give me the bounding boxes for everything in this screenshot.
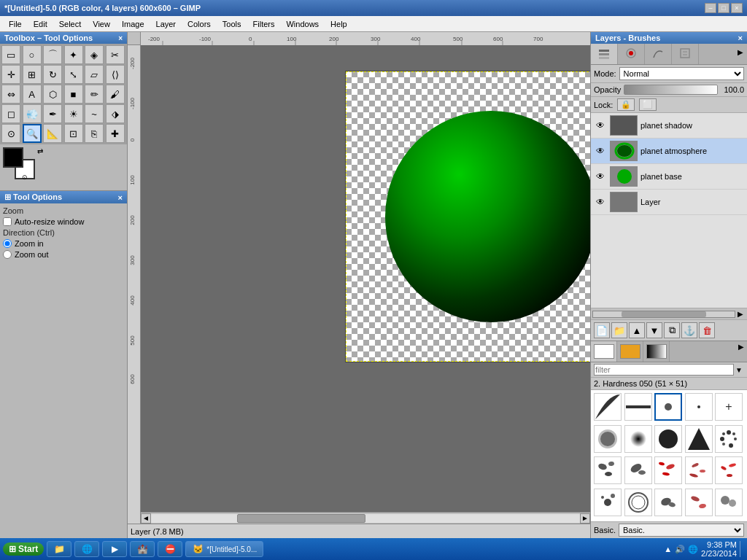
swap-colors-icon[interactable]: ⇄ <box>37 147 43 155</box>
lower-layer-btn[interactable]: ▼ <box>646 322 662 338</box>
path-tool[interactable]: ⬗ <box>106 104 125 123</box>
align-tool[interactable]: ⊡ <box>64 124 83 143</box>
brushes-gradient-tab[interactable] <box>643 341 670 362</box>
brush-filter-input[interactable] <box>594 364 734 376</box>
ellipse-select-tool[interactable]: ○ <box>23 45 42 64</box>
paintbrush-tool[interactable]: 🖌 <box>106 85 125 104</box>
menu-image[interactable]: Image <box>116 18 150 30</box>
layer-visibility-toggle[interactable]: 👁 <box>594 170 607 183</box>
raise-layer-btn[interactable]: ▲ <box>629 322 645 338</box>
layer-mode-select[interactable]: Normal Multiply Screen Overlay <box>619 67 744 80</box>
magnify-tool[interactable]: 🔍 <box>23 124 42 143</box>
taskbar-media[interactable]: ▶ <box>102 541 127 557</box>
close-button[interactable]: × <box>731 3 743 13</box>
duplicate-layer-btn[interactable]: ⧉ <box>664 322 680 338</box>
gradient-tool[interactable]: ■ <box>64 85 83 104</box>
brush-category-select[interactable]: Basic. <box>619 524 744 537</box>
rect-select-tool[interactable]: ▭ <box>1 45 20 64</box>
dodge-burn-tool[interactable]: ☀ <box>64 104 83 123</box>
layer-visibility-toggle[interactable]: 👁 <box>594 195 607 209</box>
layer-list-scroll-thumb[interactable] <box>622 311 706 317</box>
brushes-panel-menu[interactable]: ▶ <box>735 341 747 362</box>
minimize-button[interactable]: – <box>705 3 716 13</box>
layer-visibility-toggle[interactable]: 👁 <box>594 119 607 132</box>
new-layer-btn[interactable]: 📄 <box>594 322 610 338</box>
layer-item[interactable]: 👁 Layer <box>591 190 747 215</box>
layer-item[interactable]: 👁 planet atmosphere <box>591 139 747 164</box>
brush-swatch[interactable] <box>654 425 682 453</box>
menu-help[interactable]: Help <box>325 18 353 30</box>
brush-swatch[interactable] <box>685 456 713 484</box>
brush-swatch[interactable]: + <box>715 393 743 421</box>
taskbar-chrome[interactable]: 🌐 <box>74 541 99 557</box>
brushes-pattern-tab[interactable] <box>617 341 643 362</box>
opacity-slider[interactable] <box>624 85 718 95</box>
shear-tool[interactable]: ▱ <box>85 65 104 84</box>
brush-swatch[interactable] <box>715 425 743 453</box>
anchor-layer-btn[interactable]: ⚓ <box>681 322 697 338</box>
taskbar-clock[interactable]: 9:38 PM 2/23/2014 <box>701 540 737 558</box>
scale-tool[interactable]: ⤡ <box>64 65 83 84</box>
heal-tool[interactable]: ✚ <box>106 124 125 143</box>
foreground-color-swatch[interactable] <box>3 147 23 168</box>
layer-list-scrollbar[interactable] <box>592 311 735 318</box>
menu-select[interactable]: Select <box>53 18 88 30</box>
menu-windows[interactable]: Windows <box>280 18 325 30</box>
fuzzy-select-tool[interactable]: ✦ <box>64 45 83 64</box>
free-select-tool[interactable]: ⌒ <box>43 45 62 64</box>
channels-tab[interactable] <box>618 44 645 64</box>
history-tab[interactable] <box>672 44 699 64</box>
move-tool[interactable]: ✛ <box>1 65 20 84</box>
airbrush-tool[interactable]: 💨 <box>23 104 42 123</box>
brush-swatch[interactable] <box>715 456 743 484</box>
brush-swatch[interactable] <box>624 456 652 484</box>
taskbar-explorer[interactable]: 📁 <box>47 541 71 557</box>
brush-swatch[interactable] <box>624 425 652 453</box>
brush-swatch[interactable] <box>594 425 622 453</box>
layers-panel-close[interactable]: × <box>738 34 743 42</box>
layer-visibility-toggle[interactable]: 👁 <box>594 144 607 158</box>
scrollbar-thumb[interactable] <box>237 514 365 523</box>
menu-filters[interactable]: Filters <box>247 18 281 30</box>
select-color-tool[interactable]: ◈ <box>85 45 104 64</box>
eraser-tool[interactable]: ◻ <box>1 104 20 123</box>
color-picker-tool[interactable]: ⊙ <box>1 124 20 143</box>
canvas-image[interactable] <box>345 71 590 362</box>
ink-tool[interactable]: ✒ <box>43 104 62 123</box>
taskbar-app4[interactable]: 🏰 <box>130 541 155 557</box>
brush-swatch[interactable] <box>685 489 713 516</box>
text-tool[interactable]: A <box>23 85 42 104</box>
menu-edit[interactable]: Edit <box>28 18 53 30</box>
layer-list-scroll-right[interactable]: ▶ <box>735 310 746 318</box>
zoom-out-radio[interactable] <box>3 250 12 259</box>
brush-swatch[interactable] <box>594 456 622 484</box>
brush-swatch[interactable] <box>715 489 743 516</box>
scissors-tool[interactable]: ✂ <box>106 45 125 64</box>
menu-view[interactable]: View <box>87 18 116 30</box>
zoom-in-radio[interactable] <box>3 239 12 248</box>
layer-item[interactable]: 👁 planet shadow <box>591 113 747 139</box>
rotate-tool[interactable]: ↻ <box>43 65 62 84</box>
toolbox-close-button[interactable]: × <box>118 34 123 42</box>
canvas-scroll-area[interactable]: ◄ ► <box>141 45 590 524</box>
brushes-white-tab[interactable] <box>591 341 617 362</box>
auto-resize-checkbox[interactable] <box>3 217 12 226</box>
menu-tools[interactable]: Tools <box>217 18 247 30</box>
clone-tool[interactable]: ⎘ <box>85 124 104 143</box>
lock-pixels-btn[interactable]: 🔒 <box>617 98 635 111</box>
paint-bucket-tool[interactable]: ⬡ <box>43 85 62 104</box>
brush-swatch[interactable] <box>624 393 652 421</box>
delete-layer-btn[interactable]: 🗑 <box>699 322 715 338</box>
start-button[interactable]: ⊞ Start <box>3 542 44 556</box>
new-layer-group-btn[interactable]: 📁 <box>611 322 627 338</box>
brush-swatch[interactable] <box>654 456 682 484</box>
lock-alpha-btn[interactable]: ⬜ <box>639 98 657 111</box>
scrollbar-track[interactable] <box>151 514 580 523</box>
taskbar-gimp[interactable]: 🐱 *[Untitled]-5.0... <box>185 541 263 557</box>
layers-tab[interactable] <box>591 44 618 64</box>
tool-options-close[interactable]: × <box>118 193 123 202</box>
scroll-left-btn[interactable]: ◄ <box>141 513 151 524</box>
brush-swatch[interactable] <box>685 393 713 421</box>
menu-colors[interactable]: Colors <box>182 18 217 30</box>
measure-tool[interactable]: 📐 <box>43 124 62 143</box>
